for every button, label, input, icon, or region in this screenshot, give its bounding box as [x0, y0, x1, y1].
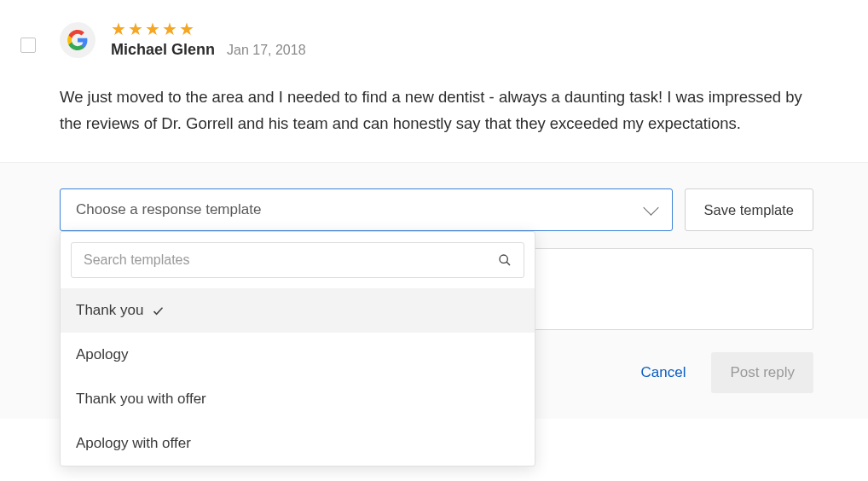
post-reply-button[interactable]: Post reply: [711, 352, 813, 393]
reply-section: Choose a response template Save template…: [0, 162, 868, 419]
dropdown-search[interactable]: [71, 242, 524, 278]
svg-point-0: [500, 255, 507, 263]
star-rating: ★★★★★: [111, 20, 306, 38]
review-text: We just moved to the area and I needed t…: [0, 59, 868, 162]
source-icon: [60, 22, 95, 58]
dropdown-item-apology[interactable]: Apology: [61, 333, 535, 377]
name-date: Michael Glenn Jan 17, 2018: [111, 41, 306, 59]
dropdown-item-label: Apology: [76, 346, 128, 363]
review-meta: ★★★★★ Michael Glenn Jan 17, 2018: [111, 20, 306, 59]
dropdown-item-thank-you[interactable]: Thank you: [61, 288, 535, 333]
template-select[interactable]: Choose a response template: [60, 188, 673, 231]
review-card: ★★★★★ Michael Glenn Jan 17, 2018 We just…: [0, 0, 868, 162]
dropdown-item-label: Thank you with offer: [76, 391, 206, 408]
dropdown-item-label: Apology with offer: [76, 435, 191, 452]
cancel-button[interactable]: Cancel: [622, 352, 704, 393]
chevron-down-icon: [643, 200, 658, 215]
template-select-label: Choose a response template: [76, 201, 261, 218]
template-dropdown: Thank you Apology Thank you with offer A…: [60, 231, 535, 467]
reviewer-name: Michael Glenn: [111, 41, 215, 59]
svg-line-1: [506, 262, 510, 265]
review-date: Jan 17, 2018: [227, 43, 306, 58]
search-icon: [498, 253, 512, 267]
template-row: Choose a response template Save template: [60, 188, 813, 231]
dropdown-item-label: Thank you: [76, 302, 143, 319]
review-header: ★★★★★ Michael Glenn Jan 17, 2018: [0, 20, 868, 59]
save-template-button[interactable]: Save template: [685, 188, 813, 231]
dropdown-item-apology-offer[interactable]: Apology with offer: [61, 421, 535, 466]
dropdown-item-thank-you-offer[interactable]: Thank you with offer: [61, 377, 535, 421]
google-g-icon: [67, 29, 89, 51]
dropdown-search-wrap: [61, 232, 535, 288]
review-checkbox[interactable]: [20, 38, 36, 53]
dropdown-list: Thank you Apology Thank you with offer A…: [61, 288, 535, 466]
search-input[interactable]: [84, 252, 489, 268]
check-icon: [152, 304, 165, 317]
